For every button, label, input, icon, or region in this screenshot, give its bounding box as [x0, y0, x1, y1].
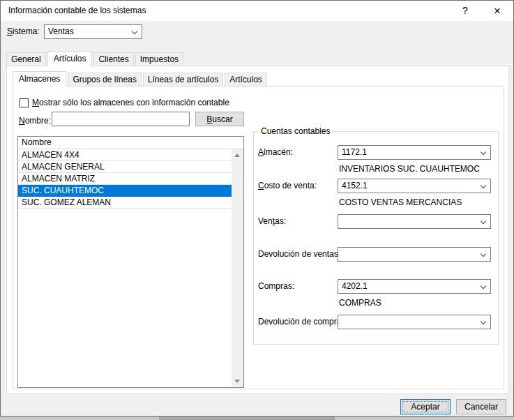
account-row-ventas: Ventas: — [254, 214, 498, 249]
account-label: Almacén: — [258, 147, 293, 157]
chevron-down-icon — [481, 183, 486, 188]
account-label: Costo de venta: — [258, 181, 317, 190]
account-combo-value: 4152.1 — [342, 179, 476, 193]
list-column-header[interactable]: Nombre — [18, 137, 243, 149]
account-row-devolucion-ventas: Devolución de ventas: — [254, 247, 498, 282]
account-label: Devolución de ventas: — [258, 249, 340, 259]
chevron-down-icon — [481, 319, 486, 324]
chevron-down-icon — [481, 251, 486, 257]
list-row[interactable]: SUC. GOMEZ ALEMAN — [18, 197, 232, 209]
inner-tab-panel: Mostrar sólo los almacenes con informaci… — [13, 86, 504, 389]
tab-impuestos[interactable]: Impuestos — [135, 52, 183, 66]
accept-button[interactable]: Aceptar — [400, 399, 451, 414]
accounts-group-title: Cuentas contables — [258, 126, 333, 136]
account-label: Devolución de compras: — [258, 317, 348, 327]
show-only-accounting-checkbox[interactable] — [20, 98, 29, 107]
outer-tab-panel: Almacenes Grupos de líneas Líneas de art… — [6, 66, 509, 394]
close-icon: × — [494, 4, 501, 17]
background-window-strip — [0, 417, 514, 420]
tab-grupos-de-lineas[interactable]: Grupos de líneas — [68, 73, 141, 86]
account-combo[interactable] — [338, 214, 491, 229]
chevron-down-icon — [481, 283, 486, 289]
system-combo[interactable]: Ventas — [44, 24, 142, 39]
help-button[interactable]: ? — [453, 1, 477, 21]
account-combo-value: 1172.1 — [342, 146, 476, 159]
list-body: ALMACEN 4X4 ALMACEN GENERAL ALMACEN MATR… — [18, 149, 243, 387]
account-description: INVENTARIOS SUC. CUAUHTEMOC — [339, 164, 480, 174]
list-scrollbar[interactable] — [232, 149, 243, 387]
accounts-groupbox: Cuentas contables Almacén: 1172.1 INVENT… — [253, 131, 499, 345]
account-row-costo-venta: Costo de venta: 4152.1 COSTO VENTAS MERC… — [254, 179, 498, 213]
chevron-down-icon — [481, 149, 486, 155]
help-icon: ? — [462, 5, 468, 16]
account-combo-value: 4202.1 — [342, 280, 476, 293]
tab-clientes[interactable]: Clientes — [93, 52, 133, 66]
system-combo-value: Ventas — [48, 25, 128, 38]
triangle-down-icon — [234, 380, 240, 383]
account-combo[interactable] — [338, 247, 491, 262]
chevron-down-icon — [132, 29, 137, 34]
account-combo[interactable]: 4152.1 — [338, 179, 491, 193]
list-row[interactable]: ALMACEN 4X4 — [18, 149, 232, 161]
account-row-compras: Compras: 4202.1 COMPRAS — [254, 279, 498, 314]
tab-articulos[interactable]: Artículos — [47, 51, 93, 66]
inner-tab-strip: Almacenes Grupos de líneas Líneas de art… — [13, 71, 269, 86]
warehouse-list: Nombre ALMACEN 4X4 ALMACEN GENERAL ALMAC… — [17, 136, 244, 388]
titlebar[interactable]: Información contable de los sistemas ? × — [1, 1, 513, 21]
name-label: Nombre: — [19, 116, 51, 126]
close-button[interactable]: × — [485, 1, 509, 21]
account-description: COSTO VENTAS MERCANCIAS — [339, 197, 462, 207]
account-row-devolucion-compras: Devolución de compras: — [254, 315, 498, 350]
account-row-almacen: Almacén: 1172.1 INVENTARIOS SUC. CUAUHTE… — [254, 145, 498, 180]
tab-articulos-detalle[interactable]: Artículos — [225, 73, 267, 86]
account-combo[interactable]: 4202.1 — [338, 279, 491, 294]
outer-tab-strip: General Artículos Clientes Impuestos — [6, 51, 185, 66]
name-input[interactable] — [52, 112, 190, 126]
dialog-window: Información contable de los sistemas ? ×… — [0, 0, 514, 417]
list-row[interactable]: ALMACEN GENERAL — [18, 161, 232, 173]
cancel-button[interactable]: Cancelar — [456, 399, 506, 414]
show-only-accounting-label: Mostrar sólo los almacenes con informaci… — [32, 98, 229, 107]
tab-lineas-de-articulos[interactable]: Líneas de artículos — [143, 73, 223, 86]
window-title: Información contable de los sistemas — [8, 1, 146, 21]
search-button[interactable]: Buscar — [195, 112, 244, 126]
scroll-up-button[interactable] — [232, 149, 243, 161]
tab-almacenes[interactable]: Almacenes — [13, 71, 66, 87]
list-row-selected[interactable]: SUC. CUAUHTEMOC — [18, 185, 232, 197]
account-label: Ventas: — [258, 216, 286, 226]
account-combo[interactable] — [338, 315, 491, 329]
list-row[interactable]: ALMACEN MATRIZ — [18, 173, 232, 185]
account-description: COMPRAS — [339, 298, 381, 308]
scroll-down-button[interactable] — [232, 375, 243, 387]
chevron-down-icon — [481, 218, 486, 224]
tab-general[interactable]: General — [6, 52, 46, 66]
background-artifact — [159, 417, 335, 420]
triangle-up-icon — [234, 153, 240, 157]
system-label: Sistema: — [7, 27, 40, 36]
account-combo[interactable]: 1172.1 — [338, 145, 491, 160]
account-label: Compras: — [258, 281, 294, 291]
